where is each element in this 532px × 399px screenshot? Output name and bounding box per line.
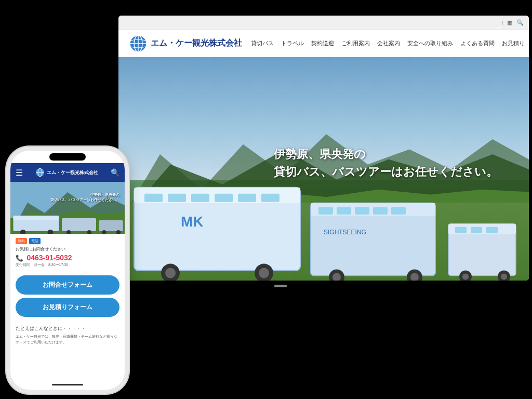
mobile-bottom-desc: エム・ケー観光では、観光・冠婚葬祭・チーム旅行など様々なケースでご利用いただけま… [16,334,119,345]
browser-topbar: f ▦ 🔍 [118,16,529,30]
nav-about[interactable]: 会社案内 [374,37,404,49]
mobile-hero-bg [10,182,125,234]
svg-point-41 [501,273,507,280]
nav-safety[interactable]: 安全への取り組み [404,37,457,49]
nav-guide[interactable]: ご利用案内 [338,37,374,49]
phone-badges: 無料 電話 [16,238,119,244]
mobile-hero-text: 伊勢原、県央発の 貸切バス、バスツアーはお任せください。 [50,192,119,203]
svg-rect-55 [99,220,123,231]
nav-contact[interactable]: お問合せ [528,37,529,49]
hero-text: 伊勢原、県央発の 貸切バス、バスツアーはお任せください。 [274,147,498,180]
svg-point-39 [462,273,469,280]
svg-text:MK: MK [181,213,204,229]
phone-screen: ☰ エム・ケー観光株式会社 🔍 [10,163,125,379]
logo-text: エム・ケー観光株式会社 [151,38,242,49]
contact-main-text: お気軽にお問合せください [16,246,119,252]
nav-faq[interactable]: よくある質問 [457,37,498,49]
hero-section: MK SIGHTSEEING [118,57,529,281]
phone-contact: 無料 電話 お気軽にお問合せください 📞 0463-91-5032 受付時間 月… [10,234,125,271]
desktop-browser: f ▦ 🔍 エム・ケー観光株式会社 貸切バス トラベル 契約送迎 ご利用案内 [118,16,529,281]
svg-rect-36 [471,227,482,233]
main-nav: 貸切バス トラベル 契約送迎 ご利用案内 会社案内 安全への取り組み よくある質… [247,37,529,49]
mobile-section-title: たとえばこんなときに・・・・・ [16,325,119,332]
svg-rect-23 [318,207,333,214]
svg-rect-37 [486,227,498,233]
mobile-logo-text: エム・ケー観光株式会社 [47,169,98,176]
mobile-hero-line2: 貸切バス、バスツアーはお任せください。 [50,197,119,203]
svg-rect-24 [337,207,351,214]
svg-rect-49 [14,216,59,220]
nav-estimate[interactable]: お見積り [498,37,528,49]
svg-rect-25 [355,207,369,214]
dot-active [274,285,287,287]
notch-pill [49,153,86,161]
mobile-hero: 伊勢原、県央発の 貸切バス、バスツアーはお任せください。 [10,182,125,234]
svg-rect-15 [261,193,280,202]
hero-text-line1: 伊勢原、県央発の [274,147,498,162]
phone-notch [10,151,125,163]
cta-section: お問合せフォーム お見積りフォーム [10,271,125,321]
svg-text:SIGHTSEEING: SIGHTSEEING [324,228,366,235]
svg-rect-13 [215,193,233,202]
badge-type: 電話 [29,238,41,244]
hours-text: 受付時間 月〜金 8:30〜17:30 [16,262,119,268]
facebook-icon[interactable]: f [501,20,503,26]
slider-dots [118,285,287,287]
phone-home-indicator-area [10,379,125,390]
rss-icon[interactable]: ▦ [507,19,512,26]
badge-free: 無料 [16,238,27,244]
svg-point-18 [165,268,176,278]
logo-globe-icon [129,34,148,53]
inquiry-form-button[interactable]: お問合せフォーム [16,275,119,295]
site-logo: エム・ケー観光株式会社 [129,34,242,53]
svg-rect-10 [144,193,163,202]
mobile-hero-line1: 伊勢原、県央発の [50,192,119,197]
phone-number-row: 📞 0463-91-5032 [16,253,119,262]
mobile-logo-area: エム・ケー観光株式会社 [35,168,98,177]
home-indicator [52,384,83,385]
svg-rect-11 [168,193,186,202]
hero-text-line2: 貸切バス、バスツアーはお任せください。 [274,164,498,180]
svg-rect-27 [391,207,406,214]
svg-rect-26 [373,207,388,214]
svg-rect-14 [238,193,256,202]
svg-rect-12 [191,193,209,202]
thet-label: thet [495,26,502,37]
mobile-logo-globe [35,168,45,177]
nav-travel[interactable]: トラベル [277,37,308,49]
phone-icon: 📞 [16,255,23,262]
mobile-mockup: ☰ エム・ケー観光株式会社 🔍 [10,151,125,390]
nav-contract[interactable]: 契約送迎 [308,37,338,49]
svg-rect-35 [455,227,467,233]
search-icon[interactable]: 🔍 [516,19,524,26]
site-header: エム・ケー観光株式会社 貸切バス トラベル 契約送迎 ご利用案内 会社案内 安全… [118,30,529,57]
mobile-bottom-content: たとえばこんなときに・・・・・ エム・ケー観光では、観光・冠婚葬祭・チーム旅行な… [10,321,125,379]
mobile-menu-icon[interactable]: ☰ [16,168,23,178]
estimate-form-button[interactable]: お見積りフォーム [16,298,119,317]
mobile-header: ☰ エム・ケー観光株式会社 🔍 [10,163,125,182]
nav-charter[interactable]: 貸切バス [247,37,277,49]
svg-point-20 [259,268,269,278]
svg-rect-52 [62,218,96,231]
mobile-search-icon[interactable]: 🔍 [111,168,119,177]
phone-number[interactable]: 0463-91-5032 [26,254,72,262]
